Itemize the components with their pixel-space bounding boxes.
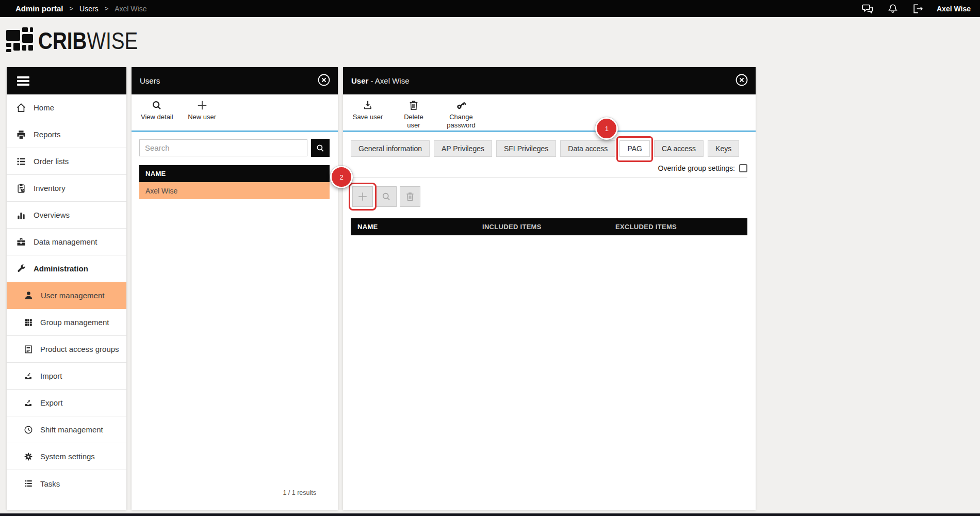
sidebar-item-group-management[interactable]: Group management bbox=[7, 309, 126, 336]
view-detail-button[interactable]: View detail bbox=[141, 100, 173, 121]
tab-ca-access[interactable]: CA access bbox=[654, 140, 704, 157]
cribwise-logo-text: CRIBWISE bbox=[38, 27, 138, 55]
close-users-panel-icon[interactable] bbox=[317, 73, 331, 88]
change-password-button[interactable]: Change password bbox=[444, 100, 478, 130]
sidebar-item-overviews[interactable]: Overviews bbox=[7, 202, 126, 229]
tab-general-information[interactable]: General information bbox=[351, 140, 430, 157]
add-pag-button[interactable]: 2 bbox=[352, 186, 373, 207]
magnifier-icon bbox=[381, 191, 391, 202]
printer-icon bbox=[16, 130, 26, 140]
detail-panel-title: User - Axel Wise bbox=[351, 76, 410, 85]
sidebar-item-home[interactable]: Home bbox=[7, 94, 126, 121]
users-panel-title: Users bbox=[140, 76, 160, 85]
tab-ap-privileges[interactable]: AP Privileges bbox=[434, 140, 492, 157]
save-icon bbox=[362, 100, 373, 111]
users-table: NAME Axel Wise bbox=[139, 165, 330, 199]
list-icon bbox=[16, 156, 26, 167]
trash-icon bbox=[405, 191, 415, 202]
column-excluded-items: EXCLUDED ITEMS bbox=[615, 223, 747, 231]
breadcrumb-admin-portal[interactable]: Admin portal bbox=[15, 4, 63, 13]
plus-icon bbox=[357, 191, 368, 202]
sidebar-header bbox=[7, 67, 126, 94]
user-icon bbox=[24, 291, 34, 300]
breadcrumb-users[interactable]: Users bbox=[79, 5, 99, 13]
tab-keys[interactable]: Keys bbox=[708, 140, 739, 157]
results-count: 1 / 1 results bbox=[283, 489, 316, 496]
home-icon bbox=[16, 103, 26, 113]
hamburger-menu-icon[interactable] bbox=[17, 75, 29, 87]
cribwise-logo: CRIBWISE bbox=[6, 25, 157, 57]
tab-pag[interactable]: PAG 1 bbox=[619, 140, 650, 157]
sidebar-item-data-management[interactable]: Data management bbox=[7, 229, 126, 255]
tasks-icon bbox=[24, 479, 33, 488]
sidebar-item-reports[interactable]: Reports bbox=[7, 121, 126, 148]
export-icon bbox=[24, 398, 33, 408]
users-table-header: NAME bbox=[139, 165, 330, 182]
table-row-axel-wise[interactable]: Axel Wise bbox=[139, 182, 330, 199]
users-list-panel: Users View detail New user NAME Axel Wis… bbox=[132, 67, 338, 510]
sidebar-item-user-management[interactable]: User management bbox=[7, 282, 126, 309]
override-group-settings-checkbox[interactable] bbox=[739, 164, 747, 172]
user-detail-panel: User - Axel Wise Save user Delete user C… bbox=[343, 67, 756, 510]
top-bar: Admin portal > Users > Axel Wise Axel Wi… bbox=[0, 0, 980, 17]
magnifier-icon bbox=[151, 100, 162, 111]
wrench-icon bbox=[16, 264, 26, 274]
pag-table-header: NAME INCLUDED ITEMS EXCLUDED ITEMS bbox=[351, 218, 747, 235]
bar-chart-icon bbox=[16, 210, 26, 220]
column-name: NAME bbox=[351, 223, 482, 231]
sidebar-item-administration[interactable]: Administration bbox=[7, 255, 126, 282]
window-bottom-edge bbox=[0, 513, 980, 516]
breadcrumb-separator: > bbox=[105, 5, 109, 12]
bell-icon[interactable] bbox=[887, 3, 899, 14]
new-user-button[interactable]: New user bbox=[187, 100, 218, 121]
import-icon bbox=[24, 372, 33, 381]
sidebar-item-tasks[interactable]: Tasks bbox=[7, 470, 126, 497]
trash-icon bbox=[408, 100, 419, 111]
breadcrumb: Admin portal > Users > Axel Wise bbox=[0, 4, 146, 13]
tab-data-access[interactable]: Data access bbox=[560, 140, 615, 157]
breadcrumb-current: Axel Wise bbox=[115, 5, 146, 13]
clipboard-icon bbox=[16, 183, 26, 194]
sidebar-item-product-access-groups[interactable]: Product access groups bbox=[7, 336, 126, 363]
sidebar-item-system-settings[interactable]: System settings bbox=[7, 443, 126, 470]
clock-icon bbox=[24, 425, 33, 434]
sidebar-item-import[interactable]: Import bbox=[7, 363, 126, 390]
override-group-settings-label: Override group settings: bbox=[658, 164, 735, 172]
breadcrumb-separator: > bbox=[70, 5, 74, 12]
sidebar-item-inventory[interactable]: Inventory bbox=[7, 175, 126, 202]
detail-tabs: General information AP Privileges SFI Pr… bbox=[343, 132, 756, 157]
search-input[interactable] bbox=[139, 139, 307, 156]
key-icon bbox=[455, 100, 467, 111]
save-user-button[interactable]: Save user bbox=[352, 100, 383, 121]
search-pag-button[interactable] bbox=[376, 186, 397, 207]
grid-icon bbox=[24, 318, 33, 327]
main-nav-sidebar: Home Reports Order lists Inventory Overv… bbox=[7, 67, 126, 510]
sidebar-item-order-lists[interactable]: Order lists bbox=[7, 148, 126, 175]
close-detail-panel-icon[interactable] bbox=[735, 73, 748, 88]
gear-icon bbox=[24, 452, 33, 461]
sidebar-item-export[interactable]: Export bbox=[7, 390, 126, 416]
chat-icon[interactable] bbox=[861, 3, 874, 14]
document-icon bbox=[24, 345, 33, 354]
search-button[interactable] bbox=[311, 139, 330, 157]
tab-sfi-privileges[interactable]: SFI Privileges bbox=[496, 140, 556, 157]
cribwise-logo-icon bbox=[6, 27, 33, 54]
plus-icon bbox=[197, 100, 208, 111]
delete-pag-button[interactable] bbox=[400, 186, 420, 207]
sidebar-item-shift-management[interactable]: Shift management bbox=[7, 416, 126, 443]
delete-user-button[interactable]: Delete user bbox=[397, 100, 431, 130]
magnifier-icon bbox=[316, 143, 325, 153]
toolbox-icon bbox=[16, 237, 26, 247]
logout-icon[interactable] bbox=[912, 4, 923, 14]
column-included-items: INCLUDED ITEMS bbox=[482, 223, 615, 231]
logged-in-user[interactable]: Axel Wise bbox=[937, 5, 971, 13]
